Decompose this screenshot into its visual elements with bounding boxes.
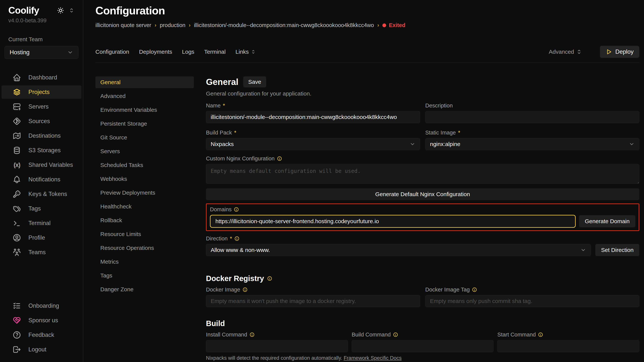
subnav-item-tags[interactable]: Tags (96, 270, 194, 281)
app-logo: Coolify (8, 5, 39, 16)
chevron-down-icon (580, 247, 586, 253)
nginx-config-label: Custom Nginx Configuration (206, 155, 639, 162)
sidebar-item-feedback[interactable]: Feedback (2, 328, 82, 342)
save-button[interactable]: Save (243, 76, 266, 87)
deploy-button[interactable]: Deploy (600, 46, 640, 58)
breadcrumb-application[interactable]: illicitestonion/-module--decomposition:m… (194, 22, 374, 28)
build-command-input[interactable] (352, 340, 494, 352)
sidebar-item-dashboard[interactable]: Dashboard (2, 71, 82, 84)
git-icon (12, 117, 21, 126)
generate-nginx-button[interactable]: Generate Default Nginx Configuration (206, 188, 639, 200)
install-command-field: Install Command (206, 332, 348, 352)
variables-icon: (x) (12, 161, 21, 169)
subnav-item-advanced[interactable]: Advanced (96, 90, 194, 102)
subnav-item-danger-zone[interactable]: Danger Zone (96, 284, 194, 295)
sidebar-item-sponsor[interactable]: Sponsor us (2, 314, 82, 327)
sidebar-item-destinations[interactable]: Destinations (2, 129, 82, 142)
name-input[interactable] (206, 111, 420, 123)
sidebar-item-projects[interactable]: Projects (2, 85, 82, 99)
current-team-label: Current Team (0, 36, 83, 42)
subnav-item-metrics[interactable]: Metrics (96, 256, 194, 268)
tab-deployments[interactable]: Deployments (139, 49, 172, 55)
info-icon (267, 276, 272, 281)
chevron-down-icon (629, 141, 634, 147)
docker-registry-heading: Docker Registry (206, 274, 639, 283)
subnav-item-git-source[interactable]: Git Source (96, 132, 194, 143)
required-mark: * (223, 102, 225, 109)
tab-configuration[interactable]: Configuration (96, 49, 129, 55)
sidebar-item-shared-variables[interactable]: (x) Shared Variables (2, 158, 82, 172)
sidebar-item-servers[interactable]: Servers (2, 100, 82, 113)
sidebar-footer: Onboarding Sponsor us Feedback Logout (0, 299, 83, 358)
map-icon (12, 131, 21, 140)
required-mark: * (458, 130, 460, 136)
checklist-icon (12, 302, 21, 310)
general-form: General Save General configuration for y… (206, 76, 639, 362)
docker-image-input[interactable] (206, 295, 420, 307)
sidebar-item-profile[interactable]: Profile (2, 231, 82, 244)
subnav-item-webhooks[interactable]: Webhooks (96, 173, 194, 185)
theme-selector-icon[interactable] (68, 7, 74, 13)
main-content: Configuration illicitonion quote server … (83, 0, 644, 362)
subnav-item-scheduled-tasks[interactable]: Scheduled Tasks (96, 159, 194, 171)
breadcrumb-project[interactable]: illicitonion quote server (96, 22, 151, 28)
sidebar: Coolify v4.0.0-beta.399 Current Team Hos… (0, 0, 83, 362)
subnav-item-resource-operations[interactable]: Resource Operations (96, 242, 194, 254)
team-select[interactable]: Hosting (4, 46, 78, 59)
docker-image-tag-input[interactable] (425, 295, 640, 307)
required-mark: * (230, 236, 232, 242)
subnav-item-rollback[interactable]: Rollback (96, 214, 194, 226)
sidebar-item-terminal[interactable]: Terminal (2, 217, 82, 230)
sidebar-item-logout[interactable]: Logout (2, 343, 82, 356)
static-image-label: Static Image* (425, 130, 640, 136)
sidebar-item-teams[interactable]: Teams (2, 246, 82, 259)
start-command-label: Start Command (497, 332, 639, 338)
build-pack-select[interactable]: Nixpacks (206, 138, 420, 150)
subnav-item-persistent-storage[interactable]: Persistent Storage (96, 118, 194, 130)
subnav-item-preview-deployments[interactable]: Preview Deployments (96, 187, 194, 199)
docker-image-field: Docker Image (206, 287, 420, 307)
static-image-value: nginx:alpine (430, 141, 460, 147)
set-direction-button[interactable]: Set Direction (595, 244, 639, 256)
advanced-selector[interactable]: Advanced (549, 49, 582, 55)
help-circle-icon (12, 331, 21, 339)
framework-docs-link[interactable]: Framework Specific Docs (344, 355, 402, 361)
tab-terminal[interactable]: Terminal (204, 49, 226, 55)
sun-icon[interactable] (57, 6, 64, 14)
sidebar-item-onboarding[interactable]: Onboarding (2, 299, 82, 313)
install-command-input[interactable] (206, 340, 348, 352)
nginx-config-textarea[interactable] (206, 164, 639, 184)
direction-select[interactable]: Allow www & non-www. (206, 244, 591, 256)
build-pack-value: Nixpacks (211, 141, 234, 147)
sidebar-item-keys-tokens[interactable]: Keys & Tokens (2, 187, 82, 201)
section-heading-general: General (206, 77, 238, 87)
app-version: v4.0.0-beta.399 (0, 17, 83, 24)
sidebar-item-notifications[interactable]: Notifications (2, 173, 82, 186)
description-input[interactable] (425, 111, 640, 123)
info-icon (234, 207, 239, 212)
status-badge: Exited (382, 22, 405, 28)
subnav-item-healthcheck[interactable]: Healthcheck (96, 201, 194, 212)
generate-domain-button[interactable]: Generate Domain (579, 215, 635, 227)
tab-logs[interactable]: Logs (182, 49, 194, 55)
domains-input[interactable] (210, 215, 576, 228)
updown-chevron-icon (576, 49, 582, 55)
static-image-field: Static Image* nginx:alpine (425, 130, 640, 150)
sidebar-item-sources[interactable]: Sources (2, 115, 82, 128)
play-icon (606, 49, 612, 55)
subnav-item-general[interactable]: General (96, 76, 194, 88)
tab-links[interactable]: Links (236, 49, 256, 55)
static-image-select[interactable]: nginx:alpine (425, 138, 640, 150)
server-bolt-icon (12, 102, 21, 111)
start-command-input[interactable] (497, 340, 639, 352)
breadcrumb-environment[interactable]: production (160, 22, 185, 28)
docker-image-tag-field: Docker Image Tag (425, 287, 640, 307)
subnav-item-environment-variables[interactable]: Environment Variables (96, 104, 194, 116)
subnav-item-resource-limits[interactable]: Resource Limits (96, 228, 194, 240)
build-pack-label: Build Pack* (206, 130, 420, 136)
subnav-item-servers[interactable]: Servers (96, 145, 194, 157)
sidebar-item-s3-storages[interactable]: S3 Storages (2, 144, 82, 157)
sidebar-item-tags[interactable]: Tags (2, 202, 82, 215)
page-title: Configuration (96, 4, 639, 17)
info-icon (472, 287, 477, 292)
